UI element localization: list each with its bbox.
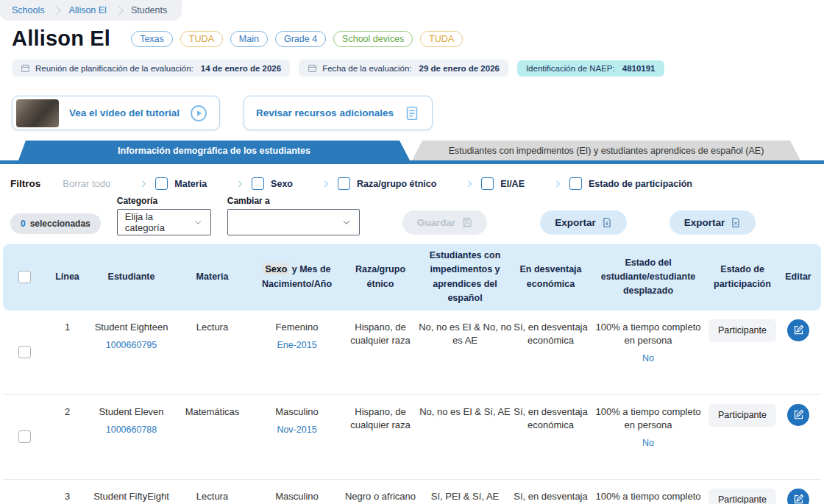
participation-cell: Participante xyxy=(707,395,778,479)
calendar-icon xyxy=(21,63,30,73)
subject-cell: Matemáticas xyxy=(174,395,251,479)
table-header-row: Línea Estudiante Materia Sexo y Mes de N… xyxy=(3,244,821,310)
clear-all-filters-link[interactable]: Borrar todo xyxy=(63,178,110,189)
breadcrumb: Schools Allison El Students xyxy=(0,0,182,21)
edit-cell xyxy=(778,395,819,479)
filter-item-participation: Estado de participación xyxy=(553,177,692,190)
row-checkbox-cell xyxy=(3,480,46,504)
student-name: Student FiftyEight xyxy=(89,490,174,503)
filter-label-sex: Sexo xyxy=(271,179,293,189)
header-edit: Editar xyxy=(778,266,819,288)
save-button[interactable]: Guardar xyxy=(402,210,488,235)
row-checkbox-cell xyxy=(3,310,46,394)
econ-cell: Sí, en desventaja económica xyxy=(512,310,589,394)
line-number: 3 xyxy=(46,480,89,504)
additional-resources-button[interactable]: Revisar recursos adicionales xyxy=(244,96,433,130)
edit-student-button[interactable] xyxy=(787,404,809,426)
header-select-all-cell xyxy=(3,266,46,288)
page-title: Allison El xyxy=(12,26,110,51)
filter-checkbox-subject[interactable] xyxy=(155,177,168,190)
planning-meeting-label: Reunión de planificación de la evaluació… xyxy=(35,64,193,73)
selected-count: 0 xyxy=(21,219,26,229)
filter-item-ei-ae: EI/AE xyxy=(464,177,525,190)
filter-checkbox-race[interactable] xyxy=(338,177,350,190)
assessment-date-chip: Fecha de la evaluación: 29 de enero de 2… xyxy=(299,60,508,77)
tab-sd-ell-students[interactable]: Estudiantes con impedimentos (EI) y estu… xyxy=(412,141,800,160)
displaced-link[interactable]: No xyxy=(589,437,707,450)
filter-checkbox-participation[interactable] xyxy=(569,177,582,190)
header-line: Línea xyxy=(46,266,89,288)
change-to-group: Cambiar a xyxy=(227,196,360,235)
filter-label-participation: Estado de participación xyxy=(589,179,692,189)
header-subject: Materia xyxy=(174,266,251,288)
filters-title: Filtros xyxy=(10,178,40,189)
edit-pencil-icon xyxy=(793,494,804,504)
filter-checkbox-sex[interactable] xyxy=(252,177,264,190)
filter-checkbox-ei-ae[interactable] xyxy=(481,177,494,190)
change-to-select[interactable] xyxy=(227,209,360,235)
edit-pencil-icon xyxy=(793,324,804,336)
displaced-link[interactable]: No xyxy=(589,352,707,366)
sd-ell-cell: Sí, PEI & Sí, AE xyxy=(418,480,512,504)
header-econ: En desventaja económica xyxy=(512,258,589,296)
birth-date-link[interactable]: Ene-2015 xyxy=(251,339,343,352)
badge-school-devices: School devices xyxy=(333,31,413,47)
race-cell: Negro o africano americano, xyxy=(343,480,418,504)
filter-item-subject: Materia xyxy=(138,177,207,190)
category-group: Categoría Elija la categoría xyxy=(117,196,211,235)
tutorial-video-button[interactable]: Vea el vídeo del tutorial xyxy=(12,96,220,130)
gender-value: Femenino xyxy=(251,321,343,334)
file-pdf-icon xyxy=(602,217,612,228)
breadcrumb-students[interactable]: Students xyxy=(131,5,167,15)
student-cell: Student Eleven 1000660788 xyxy=(89,395,174,479)
category-select-value: Elija la categoría xyxy=(125,211,188,233)
tab-student-demographics[interactable]: Información demográfica de los estudiant… xyxy=(18,141,410,160)
change-to-label: Cambiar a xyxy=(227,196,360,206)
row-checkbox-cell xyxy=(3,395,46,479)
chevron-right-icon xyxy=(235,179,245,189)
chevron-right-icon xyxy=(321,179,331,189)
student-id-link[interactable]: 1000660795 xyxy=(89,339,174,352)
row-checkbox[interactable] xyxy=(18,346,31,358)
chevron-right-icon xyxy=(52,6,62,15)
planning-meeting-date: 14 de enero de 2026 xyxy=(201,64,281,73)
edit-cell xyxy=(778,480,819,504)
category-select[interactable]: Elija la categoría xyxy=(117,209,211,235)
calendar-icon xyxy=(308,63,317,73)
save-button-label: Guardar xyxy=(417,217,456,228)
naep-id-value: 4810191 xyxy=(622,64,656,73)
header-participation: Estado de participación xyxy=(707,258,778,296)
gender-value: Masculino xyxy=(251,405,343,419)
sex-birth-cell: Masculino Nov-2015 xyxy=(251,395,343,479)
category-label: Categoría xyxy=(117,196,211,206)
naep-id-chip: Identificación de NAEP: 4810191 xyxy=(517,60,664,77)
student-cell: Student FiftyEight 1000660835 xyxy=(89,480,174,504)
status-cell: 100% a tiempo completo en persona No xyxy=(589,310,707,394)
sex-birth-cell: Femenino Ene-2015 xyxy=(251,310,343,394)
select-all-checkbox[interactable] xyxy=(18,271,31,283)
filters-row: Filtros Borrar todo Materia Sexo Raza/gr… xyxy=(0,164,824,190)
selected-count-label: seleccionadas xyxy=(30,219,90,229)
breadcrumb-allison-el[interactable]: Allison El xyxy=(68,5,106,15)
birth-date-link[interactable]: Nov-2015 xyxy=(251,424,343,437)
file-excel-icon xyxy=(731,217,741,228)
row-checkbox[interactable] xyxy=(18,430,31,443)
chevron-right-icon xyxy=(464,179,475,189)
additional-resources-label: Revisar recursos adicionales xyxy=(256,107,394,118)
header-sex-birth: Sexo y Mes de Nacimiento/Año xyxy=(251,258,343,296)
chevron-down-icon xyxy=(341,217,352,227)
status-cell: 100% a tiempo completo en persona No xyxy=(589,395,707,479)
students-table: Línea Estudiante Materia Sexo y Mes de N… xyxy=(3,244,821,504)
export-excel-button[interactable]: Exportar xyxy=(670,210,756,235)
edit-student-button[interactable] xyxy=(787,319,809,341)
student-id-link[interactable]: 1000660788 xyxy=(89,424,174,437)
export-pdf-button[interactable]: Exportar xyxy=(540,210,627,235)
document-icon xyxy=(404,105,420,121)
filter-label-subject: Materia xyxy=(174,179,207,189)
badge-tuda-2: TUDA xyxy=(420,31,463,47)
breadcrumb-schools[interactable]: Schools xyxy=(12,5,44,15)
action-button-row: Vea el vídeo del tutorial Revisar recurs… xyxy=(0,77,824,130)
naep-id-label: Identificación de NAEP: xyxy=(526,64,615,73)
planning-meeting-chip: Reunión de planificación de la evaluació… xyxy=(12,60,290,77)
edit-student-button[interactable] xyxy=(787,489,809,504)
